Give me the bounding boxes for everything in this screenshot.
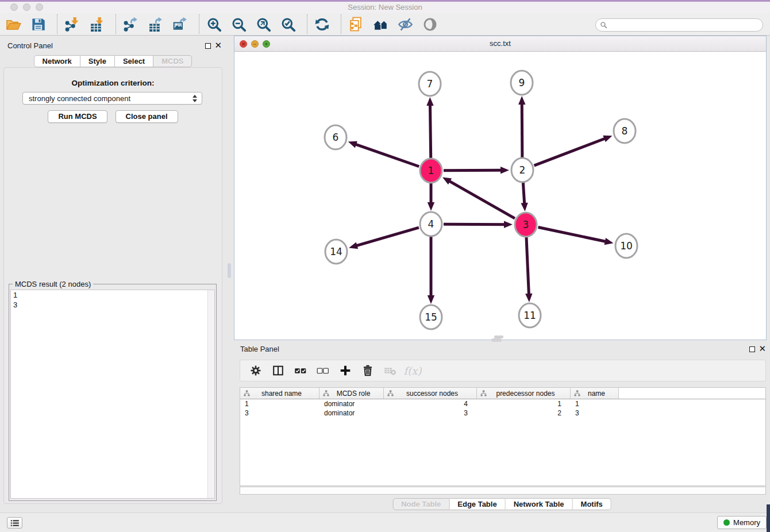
hide-selected-icon[interactable] <box>396 16 414 33</box>
edge-4-15[interactable] <box>428 237 434 304</box>
node-1[interactable]: 1 <box>420 159 442 183</box>
table-cell[interactable]: dominator <box>319 399 384 408</box>
show-all-icon[interactable] <box>421 16 438 33</box>
table-cell[interactable]: 1 <box>571 399 619 408</box>
optimization-criterion-select[interactable]: strongly connected component <box>22 92 202 105</box>
table-body: 1dominator4113dominator323 <box>240 399 765 418</box>
node-2[interactable]: 2 <box>511 158 533 182</box>
edge-1-4[interactable] <box>428 183 434 211</box>
new-network-from-selection-icon[interactable] <box>347 16 364 33</box>
edge-2-8[interactable] <box>534 136 613 165</box>
search-input[interactable] <box>607 20 763 30</box>
edge-1-6[interactable] <box>348 141 419 167</box>
column-header-name[interactable]: name <box>571 388 619 399</box>
node-11[interactable]: 11 <box>519 303 541 327</box>
control-panel-tabs: NetworkStyleSelectMCDS <box>34 55 192 67</box>
deselect-all-columns-icon[interactable] <box>315 363 330 378</box>
function-builder-icon: f(x) <box>405 363 420 378</box>
export-network-icon[interactable] <box>122 16 139 33</box>
column-tree-icon <box>574 390 580 396</box>
import-table-icon[interactable] <box>88 16 105 33</box>
close-panel-button[interactable]: Close panel <box>116 110 178 123</box>
table-cell[interactable]: 3 <box>571 408 619 418</box>
node-14[interactable]: 14 <box>325 240 347 264</box>
mcds-result-box[interactable]: 1 3 <box>10 290 215 499</box>
zoom-fit-icon[interactable] <box>255 16 272 33</box>
edge-2-9[interactable] <box>518 96 525 157</box>
tab-style[interactable]: Style <box>80 55 115 67</box>
task-history-button[interactable] <box>7 517 22 529</box>
export-image-icon[interactable] <box>171 16 188 33</box>
main-toolbar <box>0 13 770 36</box>
node-9[interactable]: 9 <box>511 71 533 95</box>
network-canvas[interactable]: 7968124314101511 <box>234 52 766 340</box>
result-scrollbar[interactable] <box>207 290 214 498</box>
edge-3-1[interactable] <box>442 177 515 218</box>
node-15[interactable]: 15 <box>420 305 442 329</box>
open-session-icon[interactable] <box>5 16 22 33</box>
node-3[interactable]: 3 <box>515 213 537 237</box>
vertical-splitter-handle[interactable] <box>228 263 231 278</box>
column-header-predecessor-nodes[interactable]: predecessor nodes <box>477 388 571 399</box>
export-table-icon[interactable] <box>147 16 164 33</box>
node-7[interactable]: 7 <box>419 72 441 96</box>
zoom-selected-icon[interactable] <box>279 16 297 33</box>
table-row[interactable]: 3dominator323 <box>240 408 765 418</box>
tab-select[interactable]: Select <box>115 55 153 67</box>
node-8[interactable]: 8 <box>614 119 636 143</box>
zoom-out-icon[interactable] <box>230 16 247 33</box>
tab-network[interactable]: Network <box>34 55 80 67</box>
edge-3-10[interactable] <box>538 228 614 245</box>
horizontal-splitter-handle[interactable] <box>491 338 502 342</box>
table-settings-icon[interactable] <box>248 363 263 378</box>
float-panel-icon[interactable] <box>205 43 211 49</box>
tab-node-table[interactable]: Node Table <box>392 498 449 510</box>
select-all-columns-icon[interactable] <box>293 363 308 378</box>
edge-4-14[interactable] <box>349 228 419 249</box>
toolbar-search-field[interactable] <box>595 18 763 32</box>
node-6[interactable]: 6 <box>325 125 346 149</box>
save-session-icon[interactable] <box>29 16 47 33</box>
tab-motifs[interactable]: Motifs <box>573 498 611 510</box>
mcds-result-values: 1 3 <box>13 291 17 310</box>
edge-3-11[interactable] <box>525 237 532 302</box>
table-hscrollbar[interactable] <box>240 487 766 495</box>
float-table-panel-icon[interactable] <box>749 346 755 352</box>
table-cell[interactable]: 2 <box>477 408 571 418</box>
close-table-panel-icon[interactable]: ✕ <box>759 344 766 354</box>
edge-4-3[interactable] <box>444 221 513 228</box>
apply-preferred-layout-icon[interactable] <box>313 16 330 33</box>
table-panel: Table Panel ✕ f(x) shared nameMCDS roles… <box>234 342 770 512</box>
table-cell[interactable]: 3 <box>240 408 319 418</box>
edge-1-7[interactable] <box>426 97 433 158</box>
table-cell[interactable]: 1 <box>240 399 319 408</box>
criterion-value: strongly connected component <box>29 94 130 103</box>
table-row[interactable]: 1dominator411 <box>240 399 765 408</box>
zoom-in-icon[interactable] <box>205 16 222 33</box>
node-4[interactable]: 4 <box>420 212 442 236</box>
delete-column-icon[interactable] <box>360 363 375 378</box>
column-tree-icon <box>480 390 487 396</box>
add-column-icon[interactable] <box>338 363 353 378</box>
column-header-successor-nodes[interactable]: successor nodes <box>384 388 477 399</box>
edge-1-2[interactable] <box>444 167 509 174</box>
node-10[interactable]: 10 <box>615 234 637 258</box>
memory-button[interactable]: Memory <box>717 516 767 529</box>
column-header-shared-name[interactable]: shared name <box>240 388 319 399</box>
import-network-icon[interactable] <box>63 16 80 33</box>
table-cell[interactable]: dominator <box>319 408 384 418</box>
table-cell[interactable]: 1 <box>477 399 571 408</box>
edge-2-3[interactable] <box>521 183 528 211</box>
table-cell[interactable]: 4 <box>384 399 477 408</box>
column-header-MCDS-role[interactable]: MCDS role <box>319 388 384 399</box>
toggle-columns-icon[interactable] <box>271 363 286 378</box>
tab-edge-table[interactable]: Edge Table <box>449 498 505 510</box>
network-window-titlebar[interactable]: ✕ − + scc.txt <box>234 36 766 52</box>
run-mcds-button[interactable]: Run MCDS <box>48 110 107 123</box>
close-panel-icon[interactable]: ✕ <box>214 40 222 51</box>
tab-mcds[interactable]: MCDS <box>153 55 192 67</box>
tab-network-table[interactable]: Network Table <box>506 498 573 510</box>
network-canvas-svg[interactable]: 7968124314101511 <box>234 52 766 340</box>
first-neighbors-icon[interactable] <box>372 16 389 33</box>
table-cell[interactable]: 3 <box>384 408 477 418</box>
